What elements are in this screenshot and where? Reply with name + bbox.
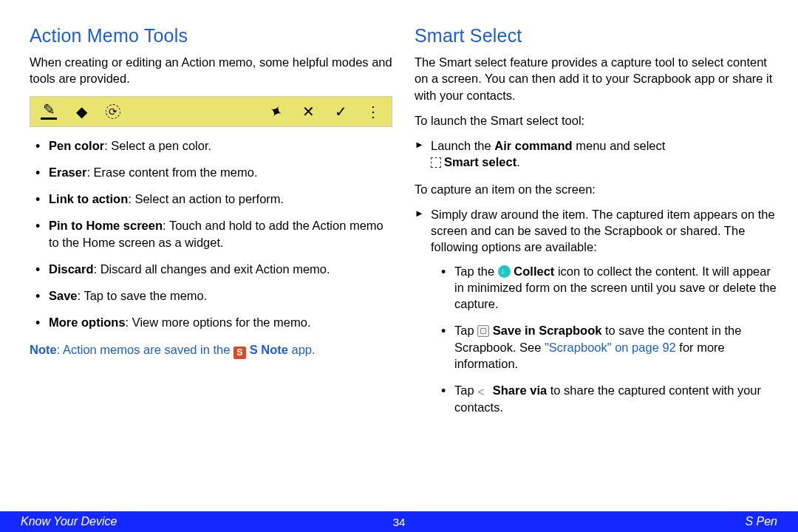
- list-item: More options: View more options for the …: [33, 314, 392, 330]
- pencil-icon: ✎: [41, 103, 57, 120]
- capture-options: Tap the Collect icon to collect the cont…: [431, 263, 777, 415]
- page-number: 34: [393, 516, 406, 528]
- list-item: Save: Tap to save the memo.: [33, 287, 392, 304]
- left-column: Action Memo Tools When creating or editi…: [30, 25, 392, 426]
- capture-label: To capture an item on the screen:: [415, 181, 777, 197]
- list-item: Tap < Share via to share the captured co…: [438, 382, 777, 415]
- intro-action-memo: When creating or editing an Action memo,…: [30, 54, 392, 87]
- list-item: Discard: Discard all changes and exit Ac…: [33, 261, 392, 277]
- note-text: Note: Action memos are saved in the S S …: [30, 341, 392, 359]
- heading-action-memo: Action Memo Tools: [30, 25, 392, 47]
- intro-smart-select: The Smart select feature provides a capt…: [415, 54, 777, 103]
- eraser-icon: ◆: [73, 103, 89, 120]
- heading-smart-select: Smart Select: [415, 25, 777, 47]
- more-icon: ⋮: [365, 103, 381, 120]
- list-item: Tap the Collect icon to collect the cont…: [438, 263, 777, 313]
- smart-select-icon: [431, 157, 441, 168]
- list-item: Pen color: Select a pen color.: [33, 137, 392, 154]
- action-memo-list: Pen color: Select a pen color. Eraser: E…: [30, 137, 392, 331]
- footer-left: Know Your Device: [21, 515, 117, 528]
- scrapbook-link[interactable]: "Scrapbook" on page 92: [545, 341, 676, 354]
- snote-icon: S: [233, 347, 246, 359]
- share-icon: <: [477, 384, 489, 396]
- list-item: Tap Save in Scrapbook to save the conten…: [438, 322, 777, 372]
- launch-label: To launch the Smart select tool:: [415, 112, 777, 129]
- capture-step: Simply draw around the item. The capture…: [415, 206, 777, 415]
- list-item: Link to action: Select an action to perf…: [33, 191, 392, 207]
- launch-step: Launch the Air command menu and select S…: [415, 137, 777, 171]
- list-item: Pin to Home screen: Touch and hold to ad…: [33, 217, 392, 250]
- collect-icon: [498, 265, 511, 278]
- page-footer: Know Your Device 34 S Pen: [0, 511, 798, 532]
- link-action-icon: ⟳: [106, 104, 120, 119]
- scrapbook-icon: [477, 325, 489, 337]
- right-column: Smart Select The Smart select feature pr…: [415, 25, 777, 426]
- discard-icon: ✕: [300, 103, 316, 120]
- pin-icon: ✦: [265, 100, 286, 122]
- list-item: Eraser: Erase content from the memo.: [33, 164, 392, 180]
- save-icon: ✓: [332, 103, 349, 120]
- action-memo-toolbar: ✎ ◆ ⟳ ✦ ✕ ✓ ⋮: [30, 96, 392, 127]
- footer-right: S Pen: [745, 515, 777, 528]
